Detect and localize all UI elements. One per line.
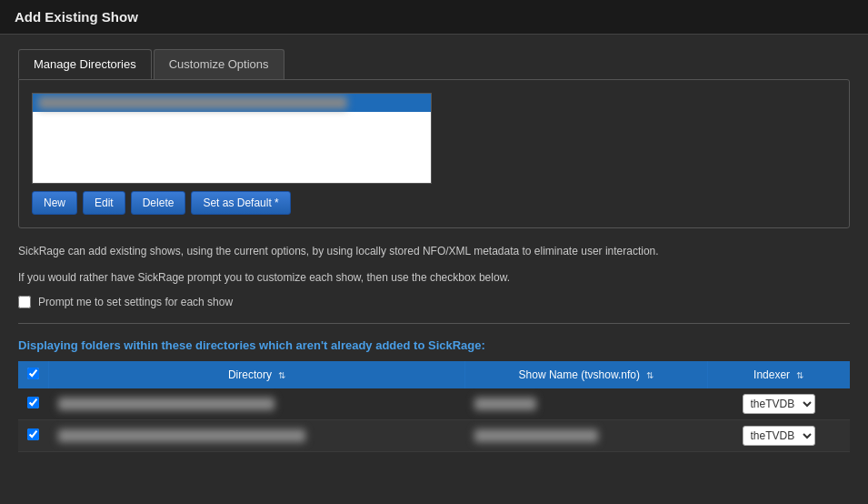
indexer-sort-icon[interactable]: ⇅	[796, 370, 803, 380]
set-default-button[interactable]: Set as Default *	[191, 191, 290, 215]
description-line1: SickRage can add existing shows, using t…	[18, 243, 850, 260]
new-button[interactable]: New	[32, 191, 77, 215]
delete-button[interactable]: Delete	[131, 191, 186, 215]
main-content: Manage Directories Customize Options ███…	[0, 35, 868, 467]
directory-buttons: New Edit Delete Set as Default *	[32, 191, 836, 215]
row2-show-name: ████████████████	[465, 420, 707, 452]
directory-sort-icon[interactable]: ⇅	[278, 370, 285, 380]
row2-indexer: theTVDB TVRAGE	[707, 420, 850, 452]
directory-table: Directory ⇅ Show Name (tvshow.nfo) ⇅ Ind…	[18, 361, 850, 452]
page-title: Add Existing Show	[15, 9, 853, 25]
row2-checkbox[interactable]	[27, 428, 39, 440]
divider	[18, 323, 850, 324]
col-indexer: Indexer ⇅	[707, 361, 850, 388]
directory-list-item[interactable]: ████████████████████████████████████████	[33, 94, 431, 112]
row1-directory: ████████████████████████████	[49, 388, 465, 420]
tabs-container: Manage Directories Customize Options	[18, 49, 850, 79]
row2-directory: ████████████████████████████████	[49, 420, 465, 452]
table-row: ████████████████████████████████ ███████…	[18, 420, 850, 452]
prompt-checkbox-label[interactable]: Prompt me to set settings for each show	[38, 296, 233, 308]
prompt-checkbox-row: Prompt me to set settings for each show	[18, 296, 850, 308]
tab-panel: ████████████████████████████████████████…	[18, 79, 850, 228]
select-all-checkbox[interactable]	[27, 368, 39, 379]
tab-manage-directories[interactable]: Manage Directories	[18, 49, 152, 79]
row1-checkbox[interactable]	[27, 397, 39, 408]
row1-indexer-select[interactable]: theTVDB TVRAGE	[743, 394, 815, 414]
directory-list-container: ████████████████████████████████████████	[32, 93, 432, 184]
description-line2: If you would rather have SickRage prompt…	[18, 269, 850, 287]
row1-show-name: ████████	[465, 388, 707, 420]
col-directory: Directory ⇅	[49, 361, 465, 388]
col-check	[18, 361, 49, 388]
edit-button[interactable]: Edit	[83, 191, 125, 215]
row1-check	[18, 388, 49, 420]
table-row: ████████████████████████████ ████████ th…	[18, 388, 850, 420]
row1-indexer: theTVDB TVRAGE	[707, 388, 850, 420]
show-name-sort-icon[interactable]: ⇅	[646, 370, 653, 380]
prompt-checkbox[interactable]	[18, 296, 31, 308]
row2-check	[18, 420, 49, 452]
page-header: Add Existing Show	[0, 0, 868, 35]
col-show-name: Show Name (tvshow.nfo) ⇅	[465, 361, 707, 388]
row2-indexer-select[interactable]: theTVDB TVRAGE	[743, 426, 815, 446]
folders-heading: Displaying folders within these director…	[18, 338, 850, 352]
tab-customize-options[interactable]: Customize Options	[154, 49, 284, 79]
